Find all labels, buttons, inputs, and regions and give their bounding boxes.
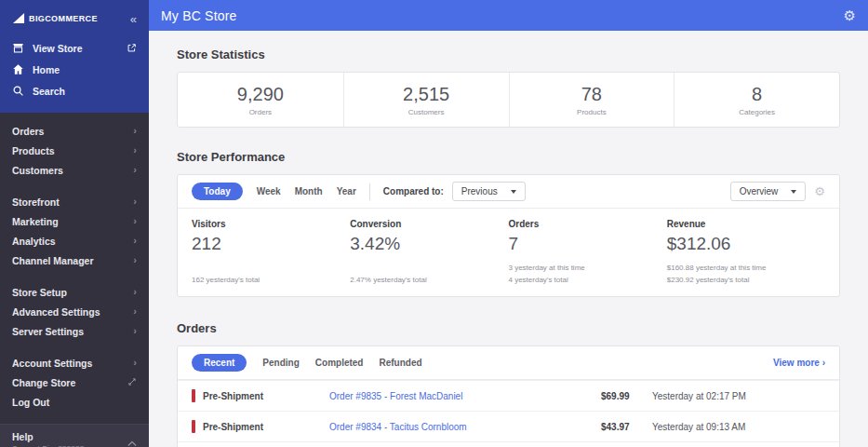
sidebar-item-account-settings[interactable]: Account Settings ›: [0, 353, 149, 372]
order-time: Yesterday at 09:13 AM: [652, 422, 825, 432]
sidebar-top-section: BIGCOMMERCE « View Store Home: [0, 0, 149, 113]
sidebar-item-home[interactable]: Home: [0, 59, 149, 80]
metric-notes: 3 yesterday at this time 4 yesterday's t…: [509, 260, 667, 284]
stat-value: 2,515: [403, 84, 449, 105]
metric-label: Conversion: [350, 219, 508, 229]
order-link[interactable]: Order #9835 - Forest MacDaniel: [329, 391, 601, 401]
chevron-right-icon: ›: [133, 255, 137, 265]
metric-note: 4 yesterday's total: [509, 276, 667, 284]
metric-revenue: Revenue $312.06 $160.88 yesterday at thi…: [667, 219, 825, 284]
performance-controls: Today Week Month Year Compared to: Previ…: [178, 175, 839, 209]
chevron-right-icon: ›: [133, 358, 137, 368]
stat-label: Customers: [408, 108, 445, 116]
tab-month[interactable]: Month: [295, 186, 323, 196]
sidebar-item-customers[interactable]: Customers ›: [0, 160, 149, 180]
tab-completed[interactable]: Completed: [315, 358, 364, 368]
view-mode-select[interactable]: Overview: [730, 182, 807, 201]
view-more-link[interactable]: View more ›: [773, 358, 825, 368]
sidebar-help[interactable]: Help Support Pin: 888888: [0, 424, 149, 447]
sidebar-item-log-out[interactable]: Log Out: [0, 392, 149, 412]
store-performance-heading: Store Performance: [177, 150, 840, 164]
sidebar-item-change-store[interactable]: Change Store: [0, 372, 149, 392]
tab-refunded[interactable]: Refunded: [379, 358, 421, 368]
metric-note: 162 yesterday's total: [192, 276, 350, 284]
orders-card: Recent Pending Completed Refunded View m…: [177, 345, 840, 447]
sidebar-item-label: Analytics: [12, 236, 56, 247]
metric-notes: $160.88 yesterday at this time $230.92 y…: [667, 260, 825, 284]
metric-value: 3.42%: [350, 234, 508, 254]
sidebar-item-marketing[interactable]: Marketing ›: [0, 211, 149, 231]
metric-value: 212: [192, 234, 350, 254]
sidebar-item-label: Marketing: [12, 216, 59, 227]
sidebar-item-advanced-settings[interactable]: Advanced Settings ›: [0, 302, 149, 321]
app-window: BIGCOMMERCE « View Store Home: [0, 0, 868, 447]
tab-week[interactable]: Week: [257, 186, 281, 196]
stat-categories: 8 Categories: [674, 73, 839, 127]
sidebar-item-label: Customers: [12, 165, 63, 176]
chevron-right-icon: ›: [133, 326, 137, 336]
sidebar-nav: Orders › Products › Customers › Storefro…: [0, 113, 149, 424]
chevron-right-icon: ›: [822, 358, 825, 368]
sidebar-item-channel-manager[interactable]: Channel Manager ›: [0, 251, 149, 270]
sidebar-item-label: Server Settings: [12, 326, 84, 337]
sidebar-item-label: Search: [33, 86, 137, 97]
sidebar-item-label: Products: [12, 145, 55, 156]
sidebar-item-products[interactable]: Products ›: [0, 141, 149, 160]
status-bar-icon: [192, 420, 195, 433]
caret-down-icon: [511, 190, 516, 194]
nav-group-commerce: Orders › Products › Customers ›: [0, 121, 149, 180]
search-icon: [12, 85, 24, 97]
sidebar-item-label: Account Settings: [12, 358, 92, 369]
order-status: Pre-Shipment: [192, 389, 329, 402]
sidebar-item-server-settings[interactable]: Server Settings ›: [0, 321, 149, 341]
bigcommerce-logo[interactable]: BIGCOMMERCE: [12, 12, 98, 26]
nav-group-channels: Storefront › Marketing › Analytics › Cha…: [0, 192, 149, 270]
nav-group-account: Account Settings › Change Store Log Out: [0, 353, 149, 412]
stat-value: 78: [581, 84, 602, 105]
chevron-right-icon: ›: [133, 236, 137, 246]
store-title: My BC Store: [161, 8, 237, 23]
sidebar-item-label: Store Setup: [12, 287, 67, 298]
performance-metrics: Visitors 212 162 yesterday's total Conve…: [178, 209, 839, 296]
stat-value: 8: [752, 84, 762, 105]
stat-label: Categories: [739, 108, 775, 116]
order-amount: $43.97: [601, 422, 652, 432]
metric-visitors: Visitors 212 162 yesterday's total: [192, 219, 350, 284]
sidebar-item-storefront[interactable]: Storefront ›: [0, 192, 149, 211]
sidebar-item-analytics[interactable]: Analytics ›: [0, 231, 149, 251]
stat-orders: 9,290 Orders: [178, 73, 343, 127]
chevron-right-icon: ›: [133, 196, 137, 207]
order-time: Yesterday at 02:17 PM: [652, 391, 825, 401]
range-tabs: Today Week Month Year: [192, 183, 356, 200]
collapse-sidebar-icon[interactable]: «: [130, 13, 137, 25]
sidebar-item-label: Change Store: [12, 377, 75, 388]
compared-to-select[interactable]: Previous: [452, 182, 526, 201]
metric-notes: 2.47% yesterday's total: [350, 260, 508, 284]
status-label: Pre-Shipment: [203, 391, 263, 401]
sidebar-item-search[interactable]: Search: [0, 80, 149, 102]
top-header: My BC Store ⚙: [149, 0, 868, 31]
store-statistics-heading: Store Statistics: [177, 47, 840, 61]
metric-note: $230.92 yesterday's total: [667, 276, 825, 284]
order-link[interactable]: Order #9834 - Tacitus Cornbloom: [329, 422, 601, 432]
sidebar-item-label: Orders: [12, 126, 44, 137]
order-row[interactable]: Completed Order #9833 - Robert Robertson…: [178, 441, 839, 447]
stat-label: Products: [577, 108, 607, 116]
sidebar-item-orders[interactable]: Orders ›: [0, 121, 149, 141]
tab-today[interactable]: Today: [192, 183, 243, 200]
tab-year[interactable]: Year: [337, 186, 356, 196]
view-more-label: View more: [773, 358, 820, 368]
tab-pending[interactable]: Pending: [262, 358, 299, 368]
store-performance-card: Today Week Month Year Compared to: Previ…: [177, 174, 840, 297]
chevron-up-icon: [127, 434, 137, 447]
stat-value: 9,290: [237, 84, 284, 105]
sidebar-item-view-store[interactable]: View Store: [0, 37, 149, 59]
performance-right-controls: Overview ⚙: [730, 182, 825, 201]
store-statistics-card: 9,290 Orders 2,515 Customers 78 Products…: [177, 72, 840, 128]
sidebar-item-store-setup[interactable]: Store Setup ›: [0, 282, 149, 302]
store-settings-gear-icon[interactable]: ⚙: [844, 8, 856, 22]
performance-settings-gear-icon[interactable]: ⚙: [814, 185, 825, 197]
order-row[interactable]: Pre-Shipment Order #9834 - Tacitus Cornb…: [178, 411, 839, 441]
order-row[interactable]: Pre-Shipment Order #9835 - Forest MacDan…: [178, 380, 839, 411]
tab-recent[interactable]: Recent: [192, 354, 247, 372]
